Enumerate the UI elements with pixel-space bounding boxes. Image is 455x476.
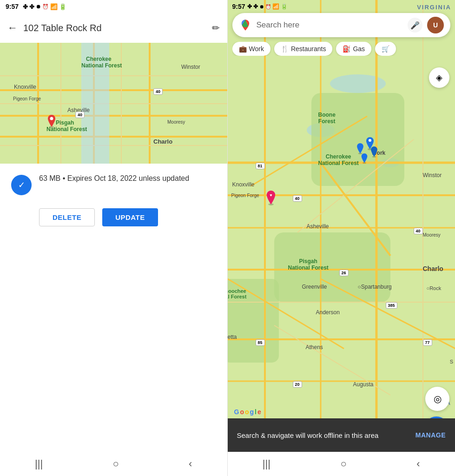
- highway-40: 40: [75, 112, 85, 118]
- map-pin-red: [46, 115, 57, 128]
- hw-40-right: 40: [293, 195, 302, 202]
- search-bar[interactable]: Search here 🎤 U: [232, 13, 451, 37]
- hw-85: 85: [256, 339, 265, 346]
- svg-rect-8: [228, 279, 279, 363]
- right-back-nav-icon[interactable]: ‹: [416, 458, 420, 470]
- svg-rect-7: [274, 232, 390, 302]
- svg-rect-6: [311, 93, 404, 186]
- left-status-time: 9:57: [6, 3, 19, 10]
- chip-cart[interactable]: 🛒: [375, 42, 396, 56]
- wifi-icon: 📶: [50, 3, 58, 10]
- alarm-icon: ⏰: [42, 4, 49, 10]
- blue-pin-4: [360, 153, 369, 164]
- manage-button[interactable]: MANAGE: [415, 431, 446, 439]
- chip-restaurants-label: Restaurants: [291, 45, 326, 53]
- highlight-strip: [81, 43, 109, 164]
- map-thumbnail[interactable]: Cherokee National Forest Pisgah National…: [0, 43, 227, 164]
- battery-icon: 🔋: [59, 3, 66, 10]
- map-canvas[interactable]: VIRGINIA Huntington BooneForest Cherokee…: [228, 0, 455, 476]
- road-thin-v-1: [60, 43, 61, 164]
- info-section: ✓ 63 MB • Expires Oct 18, 2022 unless up…: [0, 164, 227, 205]
- blue-pin-2: [356, 143, 365, 154]
- left-status-icons: ✤ ✤ ⏺ ⏰ 📶 🔋: [23, 3, 66, 10]
- back-button[interactable]: ←: [7, 22, 18, 34]
- back-nav-icon[interactable]: ‹: [189, 458, 192, 470]
- edit-button[interactable]: ✏: [212, 22, 220, 33]
- right-recent-apps-icon[interactable]: |||: [263, 458, 270, 470]
- mic-button[interactable]: 🎤: [408, 18, 422, 33]
- right-home-icon[interactable]: ○: [341, 458, 347, 470]
- hw-26: 26: [339, 270, 349, 276]
- hw-385: 385: [386, 302, 397, 309]
- hw-77: 77: [423, 339, 432, 346]
- right-status-time: 9:57: [232, 3, 245, 10]
- banner-message: Search & navigate will work offline in t…: [237, 430, 415, 440]
- blue-pin-3: [369, 146, 379, 158]
- hw-40-2: 40: [414, 228, 423, 234]
- right-rec-icon: ⏺: [259, 4, 264, 9]
- delete-button[interactable]: DELETE: [39, 208, 95, 226]
- road-thin-v-2: [121, 43, 122, 164]
- left-panel: 9:57 ✤ ✤ ⏺ ⏰ 📶 🔋 ← 102 Table Rock Rd ✏: [0, 0, 227, 476]
- restaurants-icon: 🍴: [281, 45, 289, 53]
- my-location-button[interactable]: ◎: [425, 387, 449, 411]
- road-thin-h-1: [0, 75, 227, 76]
- layer-icon: ◈: [436, 73, 442, 83]
- red-pin-right: ♥: [265, 191, 277, 205]
- record-icon: ⏺: [36, 4, 41, 9]
- page-title: 102 Table Rock Rd: [23, 23, 206, 33]
- update-button[interactable]: UPDATE: [102, 208, 158, 226]
- home-icon[interactable]: ○: [113, 458, 119, 470]
- action-buttons: DELETE UPDATE: [0, 205, 227, 238]
- work-icon: 💼: [239, 45, 247, 53]
- chip-work[interactable]: 💼 Work: [232, 42, 270, 56]
- check-icon: ✓: [18, 180, 25, 190]
- right-hashtag-1: ✤: [247, 3, 252, 10]
- chip-restaurants[interactable]: 🍴 Restaurants: [274, 42, 332, 56]
- user-avatar[interactable]: U: [427, 17, 444, 33]
- right-status-icons: ✤ ✤ ⏺ ⏰ 📶 🔋: [247, 3, 288, 10]
- left-status-bar: 9:57 ✤ ✤ ⏺ ⏰ 📶 🔋: [0, 0, 227, 13]
- winstor-label: Winstor: [181, 64, 200, 70]
- hw-20: 20: [293, 381, 302, 388]
- svg-text:♥: ♥: [270, 193, 272, 198]
- search-input[interactable]: Search here: [257, 20, 403, 30]
- hw-81: 81: [256, 163, 265, 169]
- filter-chips: 💼 Work 🍴 Restaurants ⛽ Gas 🛒: [232, 42, 451, 56]
- info-text: 63 MB • Expires Oct 18, 2022 unless upda…: [39, 173, 189, 184]
- offline-banner: Search & navigate will work offline in t…: [228, 418, 455, 452]
- svg-point-1: [50, 117, 53, 120]
- location-icon: ◎: [434, 393, 442, 404]
- right-hashtag-2: ✤: [253, 3, 258, 10]
- road-h-3: [0, 136, 227, 138]
- highway-40-2: 40: [153, 88, 163, 95]
- map-svg: [228, 0, 455, 476]
- hashtag-icon-1: ✤: [23, 3, 28, 10]
- road-h-2: [0, 115, 227, 117]
- google-maps-logo: [239, 19, 252, 32]
- gas-icon: ⛽: [343, 45, 350, 53]
- road-thin-h-3: [0, 145, 227, 146]
- header-bar: ← 102 Table Rock Rd ✏: [0, 13, 227, 43]
- charlo-label: Charlo: [153, 138, 172, 145]
- right-alarm: ⏰: [265, 4, 271, 9]
- pisgah-label: Pisgah: [56, 119, 74, 126]
- layer-toggle-button[interactable]: ◈: [429, 67, 449, 88]
- check-circle: ✓: [11, 175, 32, 195]
- chip-work-label: Work: [249, 45, 264, 53]
- road-thin-h-2: [0, 103, 227, 104]
- map-background: Cherokee National Forest Pisgah National…: [0, 43, 227, 164]
- chip-gas-label: Gas: [353, 45, 365, 53]
- left-nav-bar: ||| ○ ‹: [0, 452, 227, 476]
- right-wifi: 📶: [272, 3, 279, 10]
- cart-icon: 🛒: [382, 45, 389, 53]
- right-status-bar: 9:57 ✤ ✤ ⏺ ⏰ 📶 🔋: [228, 0, 455, 13]
- chip-gas[interactable]: ⛽ Gas: [336, 42, 371, 56]
- road-h-1: [0, 89, 227, 91]
- right-nav-bar: ||| ○ ‹: [228, 452, 455, 476]
- google-logo-bottom: G o o g l e: [234, 408, 261, 416]
- mooresy-label: Mooresy: [167, 119, 185, 125]
- right-battery: 🔋: [281, 3, 288, 10]
- recent-apps-icon[interactable]: |||: [35, 458, 43, 470]
- right-panel: VIRGINIA Huntington BooneForest Cherokee…: [228, 0, 455, 476]
